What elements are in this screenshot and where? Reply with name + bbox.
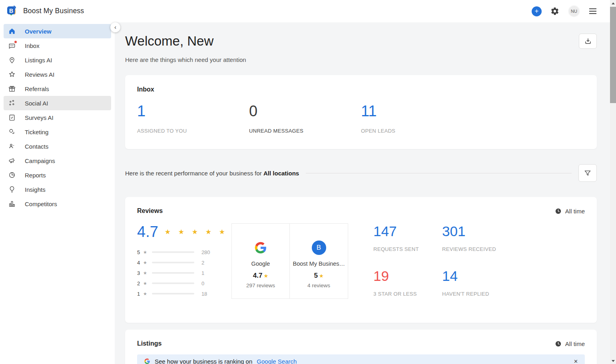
listings-card-title: Listings bbox=[137, 340, 161, 347]
sidebar-nav: Overview Inbox Listings AI bbox=[0, 22, 115, 211]
source-rating: 4.7★ bbox=[253, 272, 268, 280]
sidebar-item-label: Competitors bbox=[25, 201, 57, 207]
gift-icon bbox=[8, 84, 16, 93]
contacts-icon bbox=[8, 142, 16, 151]
page-subtitle: Here are the things which need your atte… bbox=[125, 56, 246, 63]
page-title: Welcome, New bbox=[125, 34, 246, 49]
breakdown-row-1: 1★ 18 bbox=[137, 288, 231, 299]
settings-button[interactable] bbox=[550, 7, 559, 16]
sidebar-item-reports[interactable]: Reports bbox=[4, 168, 111, 182]
listings-time-filter[interactable]: All time bbox=[555, 340, 585, 347]
stat-value: 14 bbox=[442, 268, 511, 284]
stat-label: UNREAD MESSAGES bbox=[249, 128, 361, 134]
stat-value: 1 bbox=[137, 103, 249, 120]
stat-value: 11 bbox=[361, 103, 473, 120]
stat-label: 3 STAR OR LESS bbox=[373, 291, 442, 297]
rating-breakdown: 5★ 280 4★ 2 3★ 1 2★ bbox=[137, 247, 231, 299]
stat-value: 19 bbox=[373, 268, 442, 284]
app-logo-row: B Boost My Business bbox=[0, 0, 115, 22]
time-filter-label: All time bbox=[565, 208, 585, 215]
add-button[interactable]: + bbox=[532, 6, 542, 16]
social-icon bbox=[8, 99, 16, 107]
reviews-card-title: Reviews bbox=[137, 207, 163, 215]
app-logo-icon: B bbox=[6, 5, 18, 17]
bmb-logo-icon: B bbox=[312, 241, 326, 255]
clock-icon bbox=[555, 340, 562, 347]
home-icon bbox=[8, 27, 16, 36]
sidebar-item-listings-ai[interactable]: Listings AI bbox=[4, 53, 111, 67]
source-card-boost-my-business[interactable]: B Boost My Busines… 5★ 4 reviews bbox=[290, 223, 348, 299]
stat-label: HAVEN'T REPLIED bbox=[442, 291, 511, 297]
stat-open-leads: 11 OPEN LEADS bbox=[361, 103, 473, 134]
stat-value: 147 bbox=[373, 223, 442, 239]
gear-icon bbox=[550, 7, 559, 16]
inbox-card-title: Inbox bbox=[137, 86, 585, 93]
sidebar-item-campaigns[interactable]: Campaigns bbox=[4, 153, 111, 168]
inbox-unread-badge bbox=[14, 40, 17, 44]
ticket-icon bbox=[8, 127, 16, 136]
sidebar-item-surveys-ai[interactable]: Surveys AI bbox=[4, 110, 111, 125]
inbox-icon bbox=[8, 41, 16, 50]
sidebar-item-social-ai[interactable]: Social AI bbox=[4, 96, 111, 110]
scroll-down-arrow[interactable] bbox=[610, 358, 616, 364]
sidebar-item-label: Reviews AI bbox=[25, 71, 54, 78]
source-name: Boost My Busines… bbox=[293, 261, 345, 267]
sidebar-item-label: Insights bbox=[25, 186, 46, 193]
star-icon: ★ bbox=[143, 291, 147, 296]
hamburger-icon bbox=[589, 8, 597, 14]
time-filter-label: All time bbox=[565, 340, 585, 347]
sidebar-item-label: Contacts bbox=[25, 143, 48, 150]
sidebar-item-inbox[interactable]: Inbox bbox=[4, 38, 111, 53]
average-rating: 4.7 bbox=[137, 223, 158, 241]
star-outline-icon bbox=[8, 70, 16, 79]
sidebar-item-contacts[interactable]: Contacts bbox=[4, 139, 111, 153]
download-report-button[interactable] bbox=[579, 34, 597, 49]
filter-button[interactable] bbox=[578, 164, 597, 182]
sidebar-item-referrals[interactable]: Referrals bbox=[4, 82, 111, 96]
source-card-google[interactable]: Google 4.7★ 297 reviews bbox=[231, 223, 290, 299]
reviews-card: Reviews All time 4.7 ★ ★ ★ ★ ★ 5★ bbox=[125, 197, 597, 323]
main-content: Welcome, New Here are the things which n… bbox=[115, 22, 610, 364]
location-filter-value[interactable]: All locations bbox=[263, 170, 299, 177]
google-logo-icon bbox=[144, 358, 150, 364]
plus-icon: + bbox=[535, 7, 539, 15]
rating-summary: 4.7 ★ ★ ★ ★ ★ 5★ 280 4★ 2 3★ bbox=[137, 223, 231, 299]
sidebar-item-ticketing[interactable]: Ticketing bbox=[4, 125, 111, 139]
chevron-left-icon: ‹ bbox=[114, 24, 116, 30]
source-review-count: 297 reviews bbox=[246, 282, 275, 288]
survey-clipboard-icon bbox=[8, 113, 16, 122]
google-search-link[interactable]: Google Search bbox=[257, 358, 297, 364]
user-avatar[interactable]: NU bbox=[568, 5, 580, 17]
inbox-card: Inbox 1 ASSIGNED TO YOU 0 UNREAD MESSAGE… bbox=[125, 75, 597, 149]
sidebar-item-overview[interactable]: Overview bbox=[4, 24, 111, 38]
lightbulb-icon bbox=[8, 185, 16, 194]
rating-stars: ★ ★ ★ ★ ★ bbox=[165, 228, 228, 236]
sidebar-item-reviews-ai[interactable]: Reviews AI bbox=[4, 67, 111, 82]
performance-text: Here is the recent performance of your b… bbox=[125, 170, 299, 177]
stat-label: ASSIGNED TO YOU bbox=[137, 128, 249, 134]
star-icon: ★ bbox=[143, 260, 147, 265]
close-icon[interactable]: ✕ bbox=[574, 358, 578, 364]
sidebar-item-insights[interactable]: Insights bbox=[4, 182, 111, 197]
banner-text: See how your business is ranking on bbox=[155, 358, 252, 364]
breakdown-row-2: 2★ 0 bbox=[137, 278, 231, 288]
scrollbar-thumb[interactable] bbox=[610, 7, 616, 103]
stat-havent-replied: 14 HAVEN'T REPLIED bbox=[442, 268, 511, 297]
stat-assigned-to-you: 1 ASSIGNED TO YOU bbox=[137, 103, 249, 134]
vertical-scrollbar[interactable] bbox=[610, 0, 616, 364]
source-review-count: 4 reviews bbox=[307, 282, 330, 288]
stat-unread-messages: 0 UNREAD MESSAGES bbox=[249, 103, 361, 134]
sidebar-item-label: Inbox bbox=[25, 42, 40, 49]
menu-button[interactable] bbox=[589, 8, 597, 14]
sidebar-item-competitors[interactable]: Competitors bbox=[4, 197, 111, 211]
stat-3-star-or-less: 19 3 STAR OR LESS bbox=[373, 268, 442, 297]
stat-reviews-received: 301 REVIEWS RECEIVED bbox=[442, 223, 511, 252]
megaphone-icon bbox=[8, 156, 16, 165]
reviews-time-filter[interactable]: All time bbox=[555, 208, 585, 215]
google-logo-icon bbox=[254, 241, 267, 255]
location-pin-icon bbox=[8, 56, 16, 64]
breakdown-row-4: 4★ 2 bbox=[137, 257, 231, 268]
stat-value: 301 bbox=[442, 223, 511, 239]
scroll-up-arrow[interactable] bbox=[610, 0, 616, 6]
sidebar-collapse-button[interactable]: ‹ bbox=[110, 22, 120, 32]
